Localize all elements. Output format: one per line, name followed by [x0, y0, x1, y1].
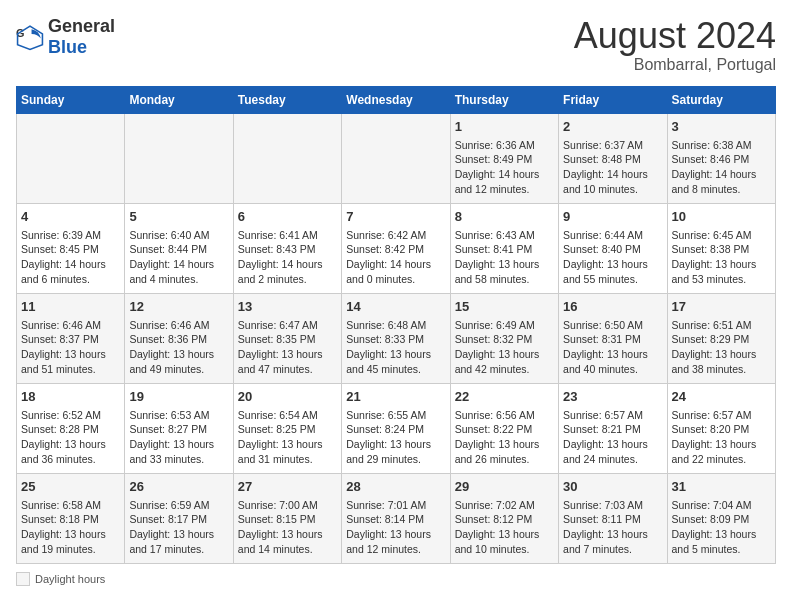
day-number: 26 — [129, 478, 228, 496]
day-number: 28 — [346, 478, 445, 496]
day-number: 3 — [672, 118, 771, 136]
day-info: Daylight: 14 hours and 2 minutes. — [238, 257, 337, 286]
day-info: Sunset: 8:12 PM — [455, 512, 554, 527]
legend: Daylight hours — [16, 572, 776, 586]
calendar-cell: 7Sunrise: 6:42 AMSunset: 8:42 PMDaylight… — [342, 203, 450, 293]
day-number: 9 — [563, 208, 662, 226]
day-info: Sunset: 8:15 PM — [238, 512, 337, 527]
day-info: Sunrise: 6:39 AM — [21, 228, 120, 243]
day-info: Sunset: 8:18 PM — [21, 512, 120, 527]
page-header: G General Blue August 2024 Bombarral, Po… — [16, 16, 776, 74]
week-row-5: 25Sunrise: 6:58 AMSunset: 8:18 PMDayligh… — [17, 473, 776, 563]
day-info: Daylight: 13 hours and 51 minutes. — [21, 347, 120, 376]
day-info: Daylight: 14 hours and 12 minutes. — [455, 167, 554, 196]
day-number: 10 — [672, 208, 771, 226]
calendar-cell: 24Sunrise: 6:57 AMSunset: 8:20 PMDayligh… — [667, 383, 775, 473]
day-info: Sunset: 8:48 PM — [563, 152, 662, 167]
logo-text: General Blue — [48, 16, 115, 58]
day-number: 4 — [21, 208, 120, 226]
header-cell-tuesday: Tuesday — [233, 86, 341, 113]
day-info: Sunset: 8:25 PM — [238, 422, 337, 437]
daylight-legend-label: Daylight hours — [35, 573, 105, 585]
day-info: Daylight: 13 hours and 55 minutes. — [563, 257, 662, 286]
day-info: Daylight: 13 hours and 19 minutes. — [21, 527, 120, 556]
day-info: Daylight: 13 hours and 42 minutes. — [455, 347, 554, 376]
day-info: Daylight: 14 hours and 4 minutes. — [129, 257, 228, 286]
day-info: Sunrise: 6:57 AM — [563, 408, 662, 423]
day-info: Sunrise: 6:51 AM — [672, 318, 771, 333]
calendar-cell: 29Sunrise: 7:02 AMSunset: 8:12 PMDayligh… — [450, 473, 558, 563]
day-number: 22 — [455, 388, 554, 406]
calendar-cell: 28Sunrise: 7:01 AMSunset: 8:14 PMDayligh… — [342, 473, 450, 563]
day-number: 8 — [455, 208, 554, 226]
day-info: Sunset: 8:44 PM — [129, 242, 228, 257]
day-info: Sunrise: 7:01 AM — [346, 498, 445, 513]
day-info: Sunset: 8:38 PM — [672, 242, 771, 257]
header-row: SundayMondayTuesdayWednesdayThursdayFrid… — [17, 86, 776, 113]
day-info: Sunset: 8:29 PM — [672, 332, 771, 347]
day-info: Sunrise: 6:44 AM — [563, 228, 662, 243]
day-info: Sunrise: 6:36 AM — [455, 138, 554, 153]
logo: G General Blue — [16, 16, 115, 58]
header-cell-wednesday: Wednesday — [342, 86, 450, 113]
day-info: Sunset: 8:33 PM — [346, 332, 445, 347]
day-info: Sunset: 8:17 PM — [129, 512, 228, 527]
day-info: Sunrise: 6:43 AM — [455, 228, 554, 243]
day-info: Sunset: 8:36 PM — [129, 332, 228, 347]
day-number: 18 — [21, 388, 120, 406]
day-info: Sunrise: 6:58 AM — [21, 498, 120, 513]
day-number: 19 — [129, 388, 228, 406]
day-info: Sunrise: 6:50 AM — [563, 318, 662, 333]
day-info: Sunset: 8:24 PM — [346, 422, 445, 437]
day-number: 15 — [455, 298, 554, 316]
day-info: Daylight: 13 hours and 49 minutes. — [129, 347, 228, 376]
day-number: 29 — [455, 478, 554, 496]
day-info: Sunrise: 7:00 AM — [238, 498, 337, 513]
day-info: Daylight: 13 hours and 47 minutes. — [238, 347, 337, 376]
calendar-cell: 27Sunrise: 7:00 AMSunset: 8:15 PMDayligh… — [233, 473, 341, 563]
day-info: Sunrise: 6:54 AM — [238, 408, 337, 423]
day-info: Sunset: 8:21 PM — [563, 422, 662, 437]
day-number: 5 — [129, 208, 228, 226]
day-info: Daylight: 13 hours and 29 minutes. — [346, 437, 445, 466]
day-info: Sunrise: 7:02 AM — [455, 498, 554, 513]
day-number: 1 — [455, 118, 554, 136]
day-info: Sunset: 8:31 PM — [563, 332, 662, 347]
calendar-cell: 30Sunrise: 7:03 AMSunset: 8:11 PMDayligh… — [559, 473, 667, 563]
calendar-cell: 22Sunrise: 6:56 AMSunset: 8:22 PMDayligh… — [450, 383, 558, 473]
calendar-cell: 10Sunrise: 6:45 AMSunset: 8:38 PMDayligh… — [667, 203, 775, 293]
calendar-cell: 25Sunrise: 6:58 AMSunset: 8:18 PMDayligh… — [17, 473, 125, 563]
day-info: Daylight: 13 hours and 45 minutes. — [346, 347, 445, 376]
logo-icon: G — [16, 23, 44, 51]
day-info: Sunset: 8:43 PM — [238, 242, 337, 257]
calendar-cell: 11Sunrise: 6:46 AMSunset: 8:37 PMDayligh… — [17, 293, 125, 383]
day-info: Sunrise: 6:49 AM — [455, 318, 554, 333]
calendar-cell: 5Sunrise: 6:40 AMSunset: 8:44 PMDaylight… — [125, 203, 233, 293]
daylight-legend-box — [16, 572, 30, 586]
day-number: 6 — [238, 208, 337, 226]
day-info: Sunrise: 6:46 AM — [21, 318, 120, 333]
calendar-cell — [342, 113, 450, 203]
day-info: Sunrise: 7:04 AM — [672, 498, 771, 513]
day-info: Sunset: 8:41 PM — [455, 242, 554, 257]
header-cell-monday: Monday — [125, 86, 233, 113]
day-number: 31 — [672, 478, 771, 496]
header-cell-friday: Friday — [559, 86, 667, 113]
header-cell-sunday: Sunday — [17, 86, 125, 113]
day-number: 2 — [563, 118, 662, 136]
day-info: Daylight: 14 hours and 8 minutes. — [672, 167, 771, 196]
day-info: Daylight: 13 hours and 53 minutes. — [672, 257, 771, 286]
day-number: 30 — [563, 478, 662, 496]
calendar-body: 1Sunrise: 6:36 AMSunset: 8:49 PMDaylight… — [17, 113, 776, 563]
day-info: Sunset: 8:22 PM — [455, 422, 554, 437]
daylight-legend: Daylight hours — [16, 572, 105, 586]
day-number: 27 — [238, 478, 337, 496]
calendar-cell: 15Sunrise: 6:49 AMSunset: 8:32 PMDayligh… — [450, 293, 558, 383]
logo-blue: Blue — [48, 37, 87, 57]
day-info: Daylight: 13 hours and 22 minutes. — [672, 437, 771, 466]
day-info: Sunset: 8:11 PM — [563, 512, 662, 527]
day-info: Sunset: 8:32 PM — [455, 332, 554, 347]
day-info: Daylight: 13 hours and 31 minutes. — [238, 437, 337, 466]
day-info: Sunrise: 6:47 AM — [238, 318, 337, 333]
calendar-cell: 14Sunrise: 6:48 AMSunset: 8:33 PMDayligh… — [342, 293, 450, 383]
